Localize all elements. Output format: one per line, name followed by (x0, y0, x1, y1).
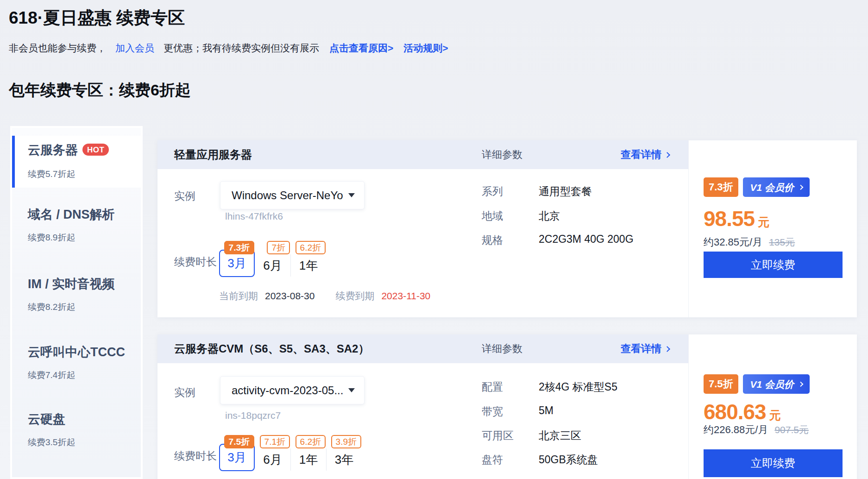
duration-option: 6.2折 1年 (290, 435, 326, 471)
price-amount: 98.55 (704, 207, 755, 231)
sidebar-item-discount: 续费8.9折起 (28, 232, 141, 244)
page-title: 618·夏日盛惠 续费专区 (9, 6, 185, 30)
promo-subtitle: 非会员也能参与续费，加入会员更优惠；我有待续费实例但没有展示点击查看原因>活动规… (9, 42, 448, 55)
price: 98.55元 (704, 206, 769, 231)
price: 680.63元 (704, 399, 781, 424)
join-member-link[interactable]: 加入会员 (115, 43, 154, 53)
spec-value: 北京三区 (539, 429, 581, 443)
monthly-price-line: 约226.88元/月907.5元 (704, 423, 809, 437)
activity-rules-link[interactable]: 活动规则> (403, 43, 448, 53)
sidebar-item-cvm[interactable]: 云服务器HOT 续费5.7折起 (12, 136, 141, 188)
spec-value: 5M (539, 404, 554, 417)
spec-value: 2核4G 标准型S5 (539, 380, 617, 394)
instance-id: lhins-47fkfrk6 (225, 211, 283, 222)
sidebar-item-im[interactable]: IM / 实时音视频 续费8.2折起 (12, 276, 141, 313)
spec-label: 配置 (482, 380, 503, 394)
spec-label: 可用区 (482, 429, 514, 443)
duration-option: 7.1折 6月 (255, 435, 290, 471)
original-price: 135元 (769, 237, 795, 247)
params-label: 详细参数 (482, 334, 522, 363)
duration-tab-1y[interactable]: 1年 (290, 448, 326, 471)
product-card-lighthouse: 轻量应用服务器 详细参数 查看详情 实例 Windows Server-NeYo… (157, 140, 857, 317)
discount-badge: 7折 (267, 241, 290, 254)
duration-tab-6m[interactable]: 6月 (255, 448, 290, 471)
renewal-promo-page: 618·夏日盛惠 续费专区 非会员也能参与续费，加入会员更优惠；我有待续费实例但… (0, 0, 868, 479)
instance-label: 实例 (174, 385, 195, 400)
subtitle-mid-text: 更优惠；我有待续费实例但没有展示 (164, 43, 319, 53)
price-amount: 680.63 (704, 400, 766, 424)
hot-badge: HOT (82, 144, 109, 156)
spec-label: 地域 (482, 209, 503, 223)
sidebar-item-title: IM / 实时音视频 (28, 276, 141, 292)
section-title: 包年续费专区：续费6折起 (9, 80, 191, 101)
price-currency: 元 (758, 215, 769, 228)
spec-label: 规格 (482, 233, 503, 247)
category-sidebar: 云服务器HOT 续费5.7折起 域名 / DNS解析 续费8.9折起 IM / … (10, 126, 143, 479)
sidebar-item-dns[interactable]: 域名 / DNS解析 续费8.9折起 (12, 207, 141, 244)
duration-option: 6.2折 1年 (290, 241, 326, 277)
caret-down-icon (348, 193, 355, 197)
spec-label: 系列 (482, 184, 503, 199)
duration-tab-1y[interactable]: 1年 (290, 254, 326, 277)
sidebar-item-title: 云硬盘 (28, 411, 141, 427)
monthly-price: 约226.88元/月 (704, 424, 768, 435)
price-currency: 元 (769, 409, 781, 422)
member-price-badge[interactable]: V1 会员价 (743, 177, 810, 197)
spec-value: 2C2G3M 40G 200G (539, 233, 634, 246)
card-title: 轻量应用服务器 (174, 140, 252, 169)
sidebar-item-title: 云服务器 (28, 143, 78, 157)
renew-now-button[interactable]: 立即续费 (704, 449, 843, 477)
renew-now-button[interactable]: 立即续费 (704, 252, 843, 278)
renew-expiry-date: 2023-11-30 (381, 290, 430, 301)
instance-select[interactable]: activity-cvm-2023-05... (220, 376, 365, 404)
monthly-price: 约32.85元/月 (704, 236, 762, 248)
discount-badge: 3.9折 (331, 435, 361, 448)
caret-down-icon (348, 388, 355, 392)
discount-badge: 7.5折 (704, 374, 738, 394)
spec-value: 北京 (539, 209, 560, 223)
renew-expiry-label: 续费到期 (335, 290, 374, 301)
product-card-cvm: 云服务器CVM（S6、S5、SA3、SA2） 详细参数 查看详情 实例 acti… (157, 334, 857, 479)
discount-badge: 7.5折 (224, 435, 254, 448)
monthly-price-line: 约32.85元/月135元 (704, 235, 795, 249)
sidebar-item-discount: 续费3.5折起 (28, 436, 141, 448)
instance-select-value: activity-cvm-2023-05... (232, 384, 348, 397)
view-reason-link[interactable]: 点击查看原因> (329, 43, 393, 53)
view-details-link[interactable]: 查看详情 (621, 140, 669, 169)
chevron-right-icon (664, 346, 670, 352)
duration-tab-6m[interactable]: 6月 (255, 254, 290, 277)
card-header: 轻量应用服务器 详细参数 查看详情 (157, 140, 688, 169)
sidebar-item-discount: 续费7.4折起 (28, 369, 141, 381)
discount-badge: 7.3折 (224, 241, 254, 254)
sidebar-item-title: 域名 / DNS解析 (28, 207, 141, 222)
chevron-right-icon (798, 381, 803, 386)
view-details-link[interactable]: 查看详情 (621, 334, 669, 363)
discount-badge: 7.1折 (260, 435, 290, 448)
sidebar-item-discount: 续费8.2折起 (28, 301, 141, 313)
instance-label: 实例 (174, 189, 195, 203)
chevron-right-icon (798, 184, 803, 189)
current-expiry-label: 当前到期 (219, 290, 258, 301)
card-title: 云服务器CVM（S6、S5、SA3、SA2） (174, 334, 369, 363)
duration-selector: 7.5折 3月 7.1折 6月 6.2折 1年 3.9折 3年 (219, 435, 362, 471)
instance-select-value: Windows Server-NeYo (232, 189, 348, 202)
duration-option: 3.9折 3年 (326, 435, 362, 471)
member-price-badge[interactable]: V1 会员价 (743, 374, 810, 394)
instance-select[interactable]: Windows Server-NeYo (220, 181, 365, 209)
duration-label: 续费时长 (174, 449, 217, 463)
original-price: 907.5元 (774, 424, 809, 435)
discount-badge: 6.2折 (296, 435, 326, 448)
spec-value: 通用型套餐 (539, 184, 592, 199)
duration-tab-3y[interactable]: 3年 (326, 448, 362, 471)
discount-badge: 6.2折 (296, 241, 326, 254)
spec-value: 50GB系统盘 (539, 453, 598, 467)
spec-label: 带宽 (482, 404, 503, 419)
spec-label: 盘符 (482, 453, 503, 467)
price-panel: 7.5折 V1 会员价 680.63元 约226.88元/月907.5元 立即续… (688, 334, 857, 479)
expiry-dates: 当前到期2023-08-30续费到期2023-11-30 (219, 290, 430, 303)
price-panel: 7.3折 V1 会员价 98.55元 约32.85元/月135元 立即续费 (688, 140, 857, 317)
chevron-right-icon (664, 152, 670, 158)
sidebar-item-cbs[interactable]: 云硬盘 续费3.5折起 (12, 411, 141, 448)
sidebar-item-tccc[interactable]: 云呼叫中心TCCC 续费7.4折起 (12, 344, 141, 381)
card-header: 云服务器CVM（S6、S5、SA3、SA2） 详细参数 查看详情 (157, 334, 688, 363)
